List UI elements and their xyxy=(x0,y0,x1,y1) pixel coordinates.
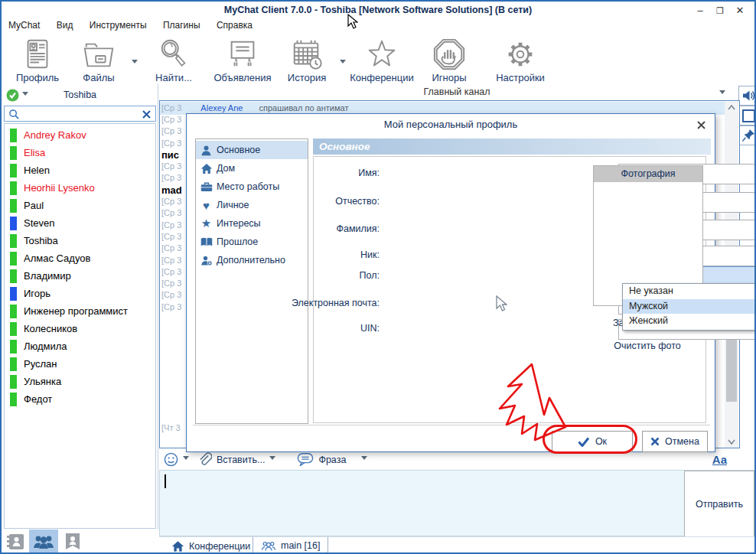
menu-plugins[interactable]: Плагины xyxy=(156,18,207,32)
stop-hand-icon xyxy=(432,37,467,72)
scroll-down-icon[interactable] xyxy=(725,435,738,448)
send-button[interactable]: Отправить xyxy=(684,471,754,537)
nav-item-personal[interactable]: ♥ Личное xyxy=(196,196,308,214)
message-toolbar: Вставить... Фраза Aa xyxy=(159,450,754,469)
contact-row[interactable]: Руслан xyxy=(5,355,155,373)
status-bar xyxy=(10,393,17,406)
contact-row[interactable]: Toshiba xyxy=(5,232,155,249)
gender-option-female[interactable]: Женский xyxy=(623,314,756,329)
pin-window-button[interactable] xyxy=(738,125,756,145)
gender-option-male-highlighted[interactable]: Мужской xyxy=(623,299,756,314)
insert-caret-icon[interactable] xyxy=(269,456,275,463)
dialog-footer-divider xyxy=(193,425,710,425)
toolbar-profile-button[interactable]: Профиль xyxy=(11,37,64,83)
status-bar xyxy=(10,375,17,389)
contacts-view-button-active[interactable] xyxy=(29,530,58,553)
toolbar-ignores-button[interactable]: Игноры xyxy=(424,37,474,83)
close-button[interactable]: ✕ xyxy=(730,3,750,18)
toolbar-find-button[interactable]: Найти... xyxy=(147,37,200,83)
channel-dropdown-caret[interactable] xyxy=(719,90,725,97)
dialog-close-icon[interactable] xyxy=(697,121,705,129)
emoji-caret-icon[interactable] xyxy=(183,456,189,463)
badge-view-button[interactable] xyxy=(58,530,87,553)
nav-item-interests[interactable]: ★ Интересы xyxy=(196,214,308,233)
nav-item-work[interactable]: Место работы xyxy=(196,178,308,196)
toolbar-history-button[interactable]: История xyxy=(282,37,332,83)
contact-search-box[interactable] xyxy=(4,106,156,122)
annotation-arrow-icon xyxy=(490,360,574,445)
addressbook-view-button[interactable] xyxy=(2,530,29,553)
contact-row[interactable]: Elisa xyxy=(5,144,155,161)
status-bar xyxy=(10,129,17,142)
minimize-button[interactable]: – xyxy=(690,3,710,18)
contact-row[interactable]: Ульянка xyxy=(5,373,155,390)
status-bar xyxy=(10,287,17,301)
person-badge-icon xyxy=(64,533,81,551)
message-input[interactable] xyxy=(159,470,754,536)
toolbar-conferences-button[interactable]: Конференции xyxy=(347,37,416,83)
status-bar xyxy=(10,199,17,213)
emoji-icon[interactable] xyxy=(164,452,178,467)
contact-list: Andrey Rakov Elisa Helen Heorhii Lysenko… xyxy=(4,123,156,529)
toolbar-files-button[interactable]: Файлы xyxy=(72,37,125,83)
contact-row[interactable]: Алмас Садуов xyxy=(5,249,155,267)
menu-mychat[interactable]: MyChat xyxy=(2,18,47,32)
cancel-button[interactable]: Отмена xyxy=(642,431,708,452)
history-dropdown-caret[interactable] xyxy=(340,60,346,67)
tab-conferences[interactable]: Конференции xyxy=(164,538,258,554)
menu-help[interactable]: Справка xyxy=(210,18,259,32)
nav-item-past[interactable]: Прошлое xyxy=(196,233,308,251)
contact-row[interactable]: Andrey Rakov xyxy=(5,126,155,144)
toolbar-announcements-button[interactable]: Объявления xyxy=(210,37,275,83)
status-bar xyxy=(10,252,17,266)
contact-row[interactable]: Федот xyxy=(5,390,155,408)
clear-search-icon[interactable] xyxy=(142,109,152,119)
chat-message-author[interactable]: Alexey Ane xyxy=(200,103,243,112)
scroll-up-icon[interactable] xyxy=(725,102,738,114)
mouse-cursor-icon xyxy=(347,14,358,29)
contact-row[interactable]: Инженер программист xyxy=(5,302,155,320)
font-button[interactable]: Aa xyxy=(712,453,727,466)
contact-row[interactable]: Колесников xyxy=(5,320,155,337)
status-bar xyxy=(10,305,17,318)
menu-tools[interactable]: Инструменты xyxy=(83,18,154,32)
status-bar xyxy=(10,322,17,336)
contact-row[interactable]: Игорь xyxy=(5,285,155,302)
files-dropdown-caret[interactable] xyxy=(132,60,138,67)
phrase-caret-icon[interactable] xyxy=(361,456,367,463)
window-title: MyChat Client 7.0.0 - Toshiba [Network S… xyxy=(2,2,754,18)
gender-label: Пол: xyxy=(360,270,380,281)
status-bar xyxy=(10,146,17,160)
nav-item-additional[interactable]: Дополнительно xyxy=(196,251,308,269)
nav-item-home[interactable]: Дом xyxy=(196,159,308,178)
person-icon xyxy=(200,144,213,157)
insert-button[interactable]: Вставить... xyxy=(217,455,265,465)
email-label: Электронная почта: xyxy=(292,298,380,308)
speaker-icon xyxy=(742,90,755,102)
compact-mode-button[interactable] xyxy=(738,106,756,125)
gender-dropdown-list: Не указан Мужской Женский xyxy=(622,283,756,331)
contact-row[interactable]: Helen xyxy=(5,161,155,179)
chat-timestamp: [Чт 3 xyxy=(161,422,181,434)
last-name-label: Фамилия: xyxy=(336,223,380,234)
folder-icon xyxy=(81,37,116,72)
contact-row[interactable]: Steven xyxy=(5,214,155,232)
window-controls: – ❒ ✕ xyxy=(690,3,750,18)
contact-row[interactable]: Heorhii Lysenko xyxy=(5,179,155,197)
tab-main-active[interactable]: main [16] xyxy=(253,537,328,554)
contact-row[interactable]: Paul xyxy=(5,197,155,214)
contact-row[interactable]: Владимир xyxy=(5,267,155,285)
phrase-button[interactable]: Фраза xyxy=(318,455,346,465)
sidebar-view-tabs xyxy=(2,530,158,553)
maximize-button[interactable]: ❒ xyxy=(710,3,730,18)
sound-toggle-button[interactable] xyxy=(738,86,756,106)
star-icon xyxy=(364,37,399,72)
people-group-icon xyxy=(261,540,276,552)
channel-name[interactable]: Главный канал xyxy=(159,84,754,100)
toolbar-settings-button[interactable]: Настройки xyxy=(491,37,549,83)
clear-photo-link[interactable]: Очистить фото xyxy=(593,341,702,351)
menu-view[interactable]: Вид xyxy=(50,18,80,32)
nav-item-general[interactable]: Основное xyxy=(196,141,308,159)
gender-option-unspecified[interactable]: Не указан xyxy=(623,284,756,299)
contact-row[interactable]: Людмила xyxy=(5,337,155,355)
